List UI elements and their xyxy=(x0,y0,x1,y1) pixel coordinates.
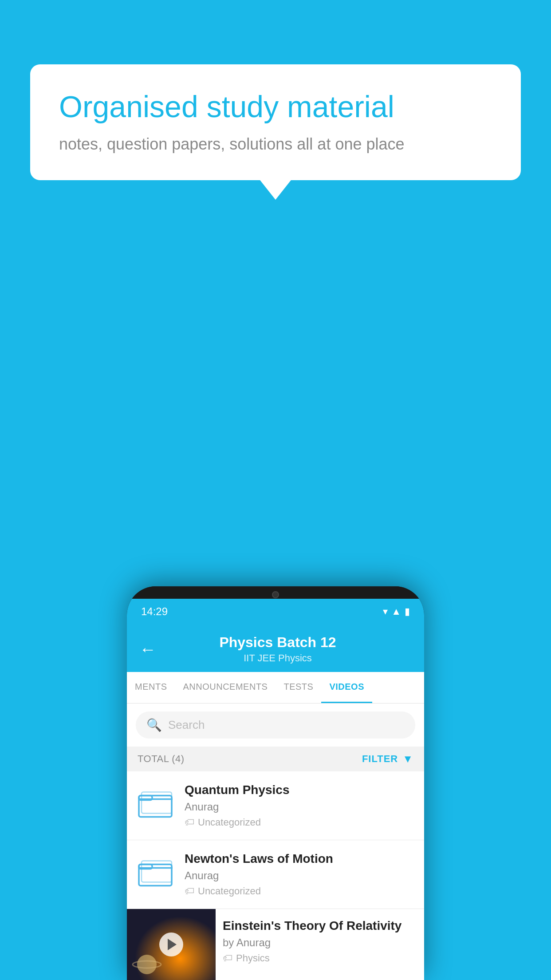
video-info: Quantum Physics Anurag 🏷 Uncategorized xyxy=(185,783,415,828)
tag-text: Physics xyxy=(236,952,270,964)
video-author: by Anurag xyxy=(223,937,417,949)
phone-frame: 14:29 ▾ ▲ ▮ ← Physics Batch 12 IIT JEE P… xyxy=(127,586,424,980)
bubble-subtitle: notes, question papers, solutions all at… xyxy=(59,135,492,154)
space-visual xyxy=(131,949,162,976)
total-count: TOTAL (4) xyxy=(138,753,185,765)
screen: ← Physics Batch 12 IIT JEE Physics MENTS… xyxy=(127,624,424,980)
video-info: Einstein's Theory Of Relativity by Anura… xyxy=(216,909,424,974)
battery-icon: ▮ xyxy=(405,606,410,617)
svg-point-6 xyxy=(137,955,157,974)
tab-announcements[interactable]: ANNOUNCEMENTS xyxy=(175,672,276,703)
filter-label: FILTER xyxy=(362,753,398,765)
video-author: Anurag xyxy=(185,869,415,882)
status-time: 14:29 xyxy=(141,605,168,618)
folder-thumbnail xyxy=(136,852,176,892)
phone-top-bezel xyxy=(127,586,424,599)
search-input[interactable]: Search xyxy=(168,718,205,732)
list-item[interactable]: Quantum Physics Anurag 🏷 Uncategorized xyxy=(127,771,424,840)
list-item[interactable]: Newton's Laws of Motion Anurag 🏷 Uncateg… xyxy=(127,840,424,909)
tag-text: Uncategorized xyxy=(198,817,261,828)
tab-tests[interactable]: TESTS xyxy=(276,672,321,703)
video-info: Newton's Laws of Motion Anurag 🏷 Uncateg… xyxy=(185,852,415,897)
status-bar: 14:29 ▾ ▲ ▮ xyxy=(127,599,424,624)
folder-icon xyxy=(138,786,173,820)
play-button[interactable] xyxy=(159,933,183,956)
video-title: Einstein's Theory Of Relativity xyxy=(223,919,417,933)
svg-rect-1 xyxy=(139,795,152,800)
app-header: ← Physics Batch 12 IIT JEE Physics xyxy=(127,624,424,672)
tag-icon: 🏷 xyxy=(185,885,194,897)
video-tag: 🏷 Uncategorized xyxy=(185,817,415,828)
filter-icon: ▼ xyxy=(402,753,413,765)
search-container: 🔍 Search xyxy=(127,703,424,747)
folder-icon xyxy=(138,855,173,889)
bubble-title: Organised study material xyxy=(59,89,492,125)
video-tag: 🏷 Uncategorized xyxy=(185,885,415,897)
back-button[interactable]: ← xyxy=(139,641,156,658)
search-icon: 🔍 xyxy=(146,718,162,732)
camera-dot xyxy=(272,591,279,598)
tag-text: Uncategorized xyxy=(198,885,261,897)
svg-rect-4 xyxy=(139,864,152,869)
filter-button[interactable]: FILTER ▼ xyxy=(362,753,413,765)
list-item[interactable]: Einstein's Theory Of Relativity by Anura… xyxy=(127,909,424,980)
tab-videos[interactable]: VIDEOS xyxy=(321,672,372,703)
play-icon xyxy=(168,939,177,950)
tabs: MENTS ANNOUNCEMENTS TESTS VIDEOS xyxy=(127,672,424,703)
tag-icon: 🏷 xyxy=(223,952,232,964)
filter-row: TOTAL (4) FILTER ▼ xyxy=(127,747,424,771)
speech-bubble-card: Organised study material notes, question… xyxy=(30,64,521,180)
tab-ments[interactable]: MENTS xyxy=(127,672,175,703)
status-icons: ▾ ▲ ▮ xyxy=(383,606,410,617)
header-text: Physics Batch 12 IIT JEE Physics xyxy=(167,634,389,664)
speech-bubble: Organised study material notes, question… xyxy=(30,64,521,180)
header-subtitle: IIT JEE Physics xyxy=(167,652,389,664)
video-author: Anurag xyxy=(185,801,415,813)
tag-icon: 🏷 xyxy=(185,817,194,828)
video-title: Quantum Physics xyxy=(185,783,415,797)
search-bar[interactable]: 🔍 Search xyxy=(136,711,415,739)
header-title: Physics Batch 12 xyxy=(167,634,389,651)
folder-thumbnail xyxy=(136,783,176,823)
video-thumbnail xyxy=(127,909,216,980)
video-list: Quantum Physics Anurag 🏷 Uncategorized xyxy=(127,771,424,980)
video-title: Newton's Laws of Motion xyxy=(185,852,415,866)
signal-icon: ▲ xyxy=(391,606,401,617)
wifi-icon: ▾ xyxy=(383,606,388,617)
video-tag: 🏷 Physics xyxy=(223,952,417,964)
